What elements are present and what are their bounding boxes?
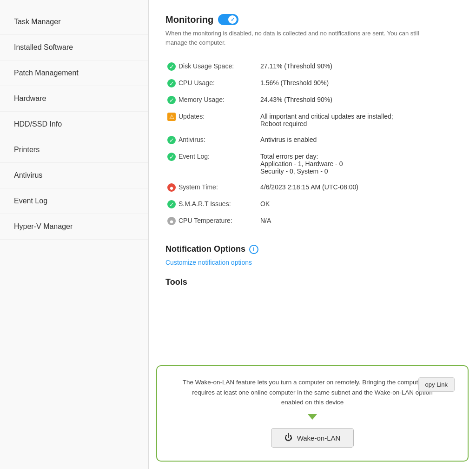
wake-btn-row: ⏻ Wake-on-LAN — [170, 428, 455, 448]
table-row: ● System Time: 4/6/2023 2:18:15 AM (UTC-… — [165, 179, 459, 196]
cpu-temp-value: N/A — [258, 213, 459, 229]
wake-on-lan-tooltip: The Wake-on-LAN feature lets you turn a … — [156, 365, 469, 462]
memory-usage-label: ✓ Memory Usage: — [165, 92, 258, 108]
sidebar-item-hardware[interactable]: Hardware — [0, 86, 148, 112]
table-row: ✓ Memory Usage: 24.43% (Threshold 90%) — [165, 92, 459, 108]
table-row: ✓ S.M.A.R.T Issues: OK — [165, 196, 459, 213]
disk-usage-value: 27.11% (Threshold 90%) — [258, 58, 459, 75]
sidebar-item-installed-software[interactable]: Installed Software — [0, 35, 148, 60]
sidebar-item-task-manager[interactable]: Task Manager — [0, 9, 148, 35]
cpu-temp-icon: ● — [167, 217, 176, 225]
table-row: ✓ Event Log: Total errors per day:Applic… — [165, 148, 459, 179]
table-row: ✓ Antivirus: Antivirus is enabled — [165, 132, 459, 148]
table-row: ● CPU Temperature: N/A — [165, 213, 459, 229]
monitoring-header: Monitoring — [165, 14, 459, 25]
disk-usage-label: ✓ Disk Usage Space: — [165, 58, 258, 75]
smart-issues-value: OK — [258, 196, 459, 213]
table-row: ✓ CPU Usage: 1.56% (Threshold 90%) — [165, 75, 459, 92]
updates-value: All important and critical updates are i… — [258, 108, 459, 132]
power-icon: ⏻ — [284, 433, 292, 442]
cpu-temp-label: ● CPU Temperature: — [165, 213, 258, 229]
memory-usage-icon: ✓ — [167, 96, 176, 104]
tooltip-arrow — [308, 414, 317, 420]
wake-on-lan-description: The Wake-on-LAN feature lets you turn a … — [182, 377, 443, 408]
sidebar-item-hyper-v-manager[interactable]: Hyper-V Manager — [0, 214, 148, 240]
notification-options-info-icon[interactable]: i — [249, 245, 258, 254]
cpu-usage-icon: ✓ — [167, 79, 176, 87]
disk-usage-icon: ✓ — [167, 62, 176, 71]
updates-icon: ⚠ — [167, 113, 176, 121]
cpu-usage-label: ✓ CPU Usage: — [165, 75, 258, 92]
toggle-track — [218, 14, 238, 25]
smart-issues-icon: ✓ — [167, 200, 176, 208]
tools-title: Tools — [165, 277, 459, 287]
antivirus-icon: ✓ — [167, 136, 176, 144]
updates-label: ⚠ Updates: — [165, 108, 258, 132]
monitoring-toggle[interactable] — [218, 14, 238, 25]
monitoring-table: ✓ Disk Usage Space: 27.11% (Threshold 90… — [165, 58, 459, 229]
notification-options-header: Notification Options i — [165, 244, 459, 254]
smart-issues-label: ✓ S.M.A.R.T Issues: — [165, 196, 258, 213]
system-time-value: 4/6/2023 2:18:15 AM (UTC-08:00) — [258, 179, 459, 196]
event-log-label: ✓ Event Log: — [165, 148, 258, 179]
table-row: ✓ Disk Usage Space: 27.11% (Threshold 90… — [165, 58, 459, 75]
sidebar: Task Manager Installed Software Patch Ma… — [0, 0, 149, 469]
table-row: ⚠ Updates: All important and critical up… — [165, 108, 459, 132]
customize-notification-link[interactable]: Customize notification options — [165, 259, 459, 266]
sidebar-item-hdd-ssd-info[interactable]: HDD/SSD Info — [0, 112, 148, 137]
system-time-label: ● System Time: — [165, 179, 258, 196]
antivirus-label: ✓ Antivirus: — [165, 132, 258, 148]
event-log-value: Total errors per day:Application - 1, Ha… — [258, 148, 459, 179]
sidebar-item-patch-management[interactable]: Patch Management — [0, 60, 148, 86]
sidebar-item-antivirus[interactable]: Antivirus — [0, 163, 148, 188]
system-time-icon: ● — [167, 183, 176, 192]
sidebar-item-event-log[interactable]: Event Log — [0, 188, 148, 214]
notification-options-title: Notification Options — [165, 244, 245, 254]
copy-link-button[interactable]: opy Link — [418, 377, 455, 392]
memory-usage-value: 24.43% (Threshold 90%) — [258, 92, 459, 108]
antivirus-value: Antivirus is enabled — [258, 132, 459, 148]
sidebar-item-printers[interactable]: Printers — [0, 137, 148, 163]
toggle-thumb — [228, 15, 237, 24]
cpu-usage-value: 1.56% (Threshold 90%) — [258, 75, 459, 92]
wake-on-lan-button[interactable]: ⏻ Wake-on-LAN — [271, 428, 354, 448]
monitoring-description: When the monitoring is disabled, no data… — [165, 29, 435, 47]
event-log-icon: ✓ — [167, 153, 176, 161]
main-content: Monitoring When the monitoring is disabl… — [149, 0, 476, 469]
monitoring-title: Monitoring — [165, 14, 213, 25]
